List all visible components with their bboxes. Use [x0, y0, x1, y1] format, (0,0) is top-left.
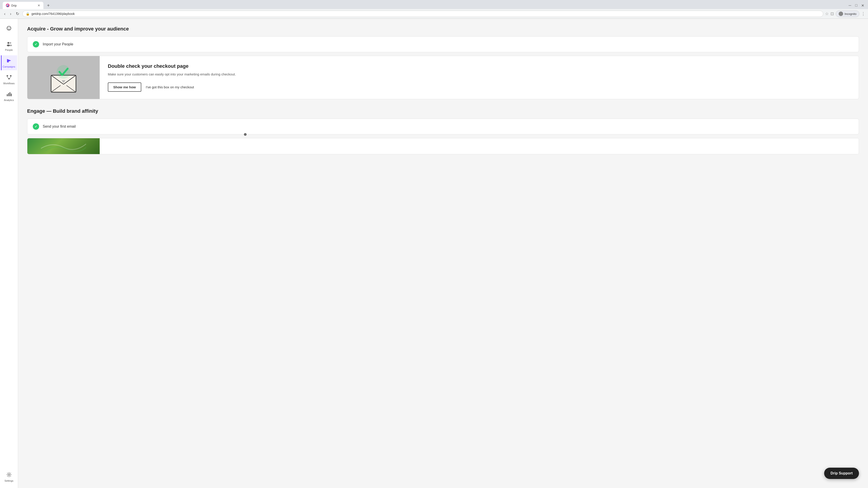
- checkout-card-image: [27, 56, 100, 99]
- nav-actions: ☆ ⊡ Incognito ⋮: [825, 10, 865, 17]
- workflows-icon: [6, 74, 12, 81]
- lock-icon: 🔒: [26, 12, 30, 15]
- browser-tab[interactable]: 🌊 Drip ✕: [3, 2, 43, 9]
- sidebar-item-workflows[interactable]: Workflows: [1, 72, 17, 87]
- send-first-email-check: ✓: [33, 123, 39, 130]
- svg-rect-6: [6, 75, 8, 76]
- engage-section-title: Engage — Build brand affinity: [27, 108, 859, 114]
- back-button[interactable]: ‹: [3, 11, 7, 17]
- svg-line-10: [7, 77, 9, 78]
- engage-section: Engage — Build brand affinity ✓ Send you…: [27, 108, 859, 154]
- svg-point-0: [7, 42, 9, 44]
- sidebar-item-people[interactable]: People: [1, 39, 17, 54]
- sidebar: ☺ People Campaigns: [0, 19, 18, 488]
- address-text: getdrip.com/7641396/playbook: [31, 12, 820, 15]
- svg-rect-16: [11, 94, 12, 96]
- checkout-card-actions: Show me how I've got this box on my chec…: [108, 83, 850, 92]
- close-window-button[interactable]: ✕: [860, 3, 865, 8]
- sidebar-label-analytics: Analytics: [4, 99, 14, 101]
- checkout-card-title: Double check your checkout page: [108, 63, 850, 69]
- address-bar[interactable]: 🔒 getdrip.com/7641396/playbook: [22, 11, 823, 17]
- bookmark-button[interactable]: ☆: [825, 11, 829, 16]
- title-bar: 🌊 Drip ✕ + ─ □ ✕: [0, 0, 868, 9]
- browser-menu-button[interactable]: ⋮: [861, 11, 865, 16]
- new-tab-button[interactable]: +: [45, 2, 52, 9]
- checkout-card-body: Double check your checkout page Make sur…: [100, 56, 859, 99]
- sidebar-label-campaigns: Campaigns: [3, 65, 16, 68]
- tab-favicon: 🌊: [6, 4, 9, 7]
- window-controls: ─ □ ✕: [847, 3, 865, 8]
- svg-rect-15: [9, 92, 10, 96]
- svg-point-17: [8, 474, 10, 476]
- svg-rect-13: [7, 94, 8, 96]
- sidebar-bottom: Settings: [1, 469, 17, 484]
- svg-rect-5: [7, 62, 9, 62]
- tab-close-button[interactable]: ✕: [37, 4, 40, 7]
- svg-point-3: [10, 45, 12, 46]
- profile-button[interactable]: Incognito: [836, 10, 860, 17]
- sidebar-item-settings[interactable]: Settings: [1, 469, 17, 484]
- import-people-card: ✓ Import your People: [27, 36, 859, 52]
- nav-bar: ‹ › ↻ 🔒 getdrip.com/7641396/playbook ☆ ⊡…: [0, 9, 868, 19]
- analytics-icon: [6, 91, 12, 98]
- profile-avatar: [839, 11, 843, 16]
- svg-rect-14: [8, 93, 9, 96]
- main-content[interactable]: Acquire - Grow and improve your audience…: [18, 19, 868, 488]
- show-me-how-button[interactable]: Show me how: [108, 83, 141, 92]
- tab-title: Drip: [11, 4, 36, 7]
- settings-icon: [6, 472, 12, 479]
- send-first-email-card: ✓ Send your first email: [27, 119, 859, 134]
- green-partial-card: [27, 138, 859, 154]
- acquire-section: Acquire - Grow and improve your audience…: [27, 26, 859, 99]
- svg-point-2: [9, 42, 11, 44]
- import-people-text: Import your People: [43, 42, 73, 46]
- browser-chrome: 🌊 Drip ✕ + ─ □ ✕ ‹ › ↻ 🔒 getdrip.com/764…: [0, 0, 868, 19]
- tab-search-button[interactable]: ⊡: [831, 11, 834, 16]
- sidebar-label-settings: Settings: [4, 480, 13, 482]
- drip-logo-icon: ☺: [5, 24, 13, 32]
- sidebar-label-people: People: [5, 48, 13, 51]
- app-container: ☺ People Campaigns: [0, 19, 868, 488]
- svg-rect-7: [10, 75, 11, 76]
- minimize-button[interactable]: ─: [847, 3, 852, 8]
- maximize-button[interactable]: □: [854, 3, 859, 8]
- profile-label: Incognito: [844, 12, 857, 15]
- got-this-box-link[interactable]: I've got this box on my checkout: [146, 85, 194, 89]
- svg-marker-4: [7, 59, 11, 62]
- import-people-check: ✓: [33, 41, 39, 47]
- forward-button[interactable]: ›: [8, 11, 13, 17]
- checkout-page-card: Double check your checkout page Make sur…: [27, 56, 859, 99]
- sidebar-item-campaigns[interactable]: Campaigns: [1, 55, 17, 70]
- people-icon: [6, 41, 12, 48]
- sidebar-label-workflows: Workflows: [3, 82, 15, 85]
- send-first-email-text: Send your first email: [43, 125, 76, 129]
- sidebar-item-analytics[interactable]: Analytics: [1, 89, 17, 104]
- svg-line-12: [9, 77, 11, 78]
- acquire-section-title: Acquire - Grow and improve your audience: [27, 26, 859, 32]
- svg-point-1: [7, 44, 10, 46]
- reload-button[interactable]: ↻: [14, 10, 21, 17]
- campaigns-icon: [6, 58, 12, 64]
- checkout-card-desc: Make sure your customers can easily opt …: [108, 72, 850, 77]
- sidebar-logo[interactable]: ☺: [4, 22, 14, 33]
- drip-support-button[interactable]: Drip Support: [824, 468, 859, 479]
